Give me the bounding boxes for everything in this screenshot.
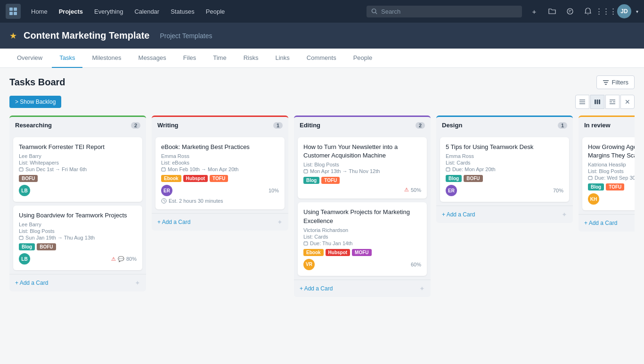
- tab-tasks[interactable]: Tasks: [52, 49, 82, 68]
- top-nav: Home Projects Everything Calendar Status…: [0, 0, 644, 23]
- column-editing: Editing2How to Turn Your Newsletter into…: [294, 116, 431, 297]
- tag-blog: Blog: [588, 183, 604, 190]
- card-estimate: Est. 2 hours 30 minutes: [161, 198, 279, 204]
- split-view-button[interactable]: [605, 95, 620, 109]
- app-logo[interactable]: [6, 4, 21, 19]
- show-backlog-button[interactable]: > Show Backlog: [9, 96, 61, 108]
- tab-links[interactable]: Links: [268, 49, 297, 68]
- svg-rect-39: [446, 168, 450, 171]
- grid-icon[interactable]: ⋮⋮⋮: [599, 5, 612, 18]
- col-title: Editing: [300, 122, 320, 129]
- task-card[interactable]: How Growing Agencies Maintain Healthy Ma…: [582, 137, 635, 210]
- add-card-button[interactable]: + Add a Card ✦: [436, 206, 573, 223]
- col-count: 2: [416, 122, 425, 129]
- column-cards-in-review: How Growing Agencies Maintain Healthy Ma…: [579, 133, 635, 214]
- list-view-button[interactable]: [575, 95, 589, 109]
- add-card-button[interactable]: + Add a Card ✦: [579, 214, 635, 232]
- svg-rect-1: [14, 8, 17, 11]
- nav-home[interactable]: Home: [26, 5, 52, 18]
- task-card[interactable]: eBook: Marketing Best PracticesEmma Ross…: [155, 137, 285, 209]
- card-date: Due: Thu Jan 14th: [303, 240, 421, 246]
- nav-people[interactable]: People: [201, 5, 229, 18]
- card-list: List: Cards: [446, 160, 563, 165]
- task-card[interactable]: 5 Tips for Using Teamwork DeskEmma RossL…: [440, 137, 569, 202]
- column-cards-writing: eBook: Marketing Best PracticesEmma Ross…: [152, 133, 288, 213]
- user-dropdown-arrow[interactable]: ▾: [636, 9, 638, 14]
- svg-rect-14: [595, 99, 596, 104]
- tab-comments[interactable]: Comments: [299, 49, 344, 68]
- calendar-icon: [19, 235, 24, 240]
- card-date: Mon Apr 13th → Thu Nov 12th: [303, 168, 421, 174]
- add-card-button[interactable]: + Add a Card ✦: [294, 280, 431, 297]
- add-button[interactable]: +: [528, 5, 541, 18]
- col-title: Writing: [157, 122, 179, 129]
- page-title-row: Tasks Board Filters: [9, 75, 635, 89]
- tab-milestones[interactable]: Milestones: [84, 49, 129, 68]
- card-person: Lee Barry: [19, 153, 137, 159]
- col-title: Researching: [15, 122, 52, 129]
- user-avatar[interactable]: JD: [617, 4, 631, 18]
- task-card[interactable]: Using Teamwork Projects for Marketing Ex…: [298, 202, 427, 275]
- task-card[interactable]: How to Turn Your Newsletter into a Custo…: [298, 137, 427, 199]
- tag-bofu: BOFU: [464, 175, 482, 182]
- tab-files[interactable]: Files: [176, 49, 204, 68]
- card-title: Using Teamwork Projects for Marketing Ex…: [303, 208, 421, 225]
- nav-icons: + ⋮⋮⋮ JD ▾: [528, 4, 638, 18]
- nav-calendar[interactable]: Calendar: [130, 5, 164, 18]
- board-view-button[interactable]: [590, 95, 604, 109]
- folder-icon[interactable]: [546, 5, 559, 18]
- tab-people[interactable]: People: [346, 49, 380, 68]
- tabs-bar: Overview Tasks Milestones Messages Files…: [0, 49, 644, 68]
- card-footer: ⚠50%: [303, 187, 421, 193]
- messages-icon[interactable]: [563, 5, 577, 18]
- card-tags: BlogTOFU: [303, 177, 421, 184]
- add-card-button[interactable]: + Add a Card ✦: [152, 213, 288, 231]
- card-title: Teamwork Forrester TEI Report: [19, 143, 137, 151]
- card-date: Sun Jan 19th → Thu Aug 13th: [19, 235, 137, 240]
- card-title: How to Turn Your Newsletter into a Custo…: [303, 143, 421, 160]
- column-design: Design15 Tips for Using Teamwork DeskEmm…: [436, 116, 573, 223]
- notifications-icon[interactable]: [581, 5, 595, 18]
- card-progress: 10%: [269, 188, 279, 193]
- card-list: List: Blog Posts: [19, 228, 137, 234]
- toolbar-row: > Show Backlog ✕: [9, 95, 635, 109]
- filters-button[interactable]: Filters: [596, 75, 635, 89]
- nav-everything[interactable]: Everything: [90, 5, 128, 18]
- project-subtitle: Project Templates: [160, 32, 212, 40]
- tab-overview[interactable]: Overview: [9, 49, 50, 68]
- column-writing: Writing1eBook: Marketing Best PracticesE…: [152, 116, 288, 231]
- card-tags: BOFU: [19, 175, 137, 182]
- card-progress: ⚠50%: [404, 187, 421, 193]
- tag-bofu: BOFU: [37, 243, 56, 250]
- task-card[interactable]: Teamwork Forrester TEI ReportLee BarryLi…: [13, 137, 142, 202]
- column-header-editing: Editing2: [294, 116, 431, 133]
- task-card[interactable]: Using Boardview for Teamwork ProjectsLee…: [13, 206, 142, 270]
- filter-icon: [603, 80, 609, 85]
- tag-hubspot: Hubspot: [183, 175, 208, 182]
- search-input[interactable]: [381, 8, 517, 15]
- tab-time[interactable]: Time: [205, 49, 234, 68]
- column-header-design: Design1: [436, 116, 573, 133]
- tab-risks[interactable]: Risks: [236, 49, 266, 68]
- card-footer: ER70%: [446, 185, 563, 196]
- card-person: Emma Ross: [161, 153, 279, 159]
- svg-rect-16: [599, 99, 600, 104]
- add-card-button[interactable]: + Add a Card ✦: [9, 274, 146, 291]
- tab-messages[interactable]: Messages: [131, 49, 174, 68]
- tag-blog: Blog: [446, 175, 462, 182]
- calendar-icon: [588, 175, 593, 180]
- drag-icon: ✦: [562, 211, 567, 218]
- nav-projects[interactable]: Projects: [54, 5, 88, 18]
- card-footer: ER10%: [161, 185, 279, 196]
- star-icon[interactable]: ★: [9, 31, 17, 41]
- svg-rect-24: [19, 236, 23, 240]
- nav-statuses[interactable]: Statuses: [166, 5, 199, 18]
- tag-blog: Blog: [303, 177, 319, 184]
- column-header-in-review: In review: [579, 116, 635, 133]
- warning-icon: ⚠: [404, 187, 409, 193]
- drag-icon: ✦: [277, 218, 283, 226]
- close-view-button[interactable]: ✕: [620, 95, 635, 109]
- card-title: Using Boardview for Teamwork Projects: [19, 211, 137, 220]
- search-bar: [367, 6, 522, 17]
- card-list: List: eBooks: [161, 160, 279, 165]
